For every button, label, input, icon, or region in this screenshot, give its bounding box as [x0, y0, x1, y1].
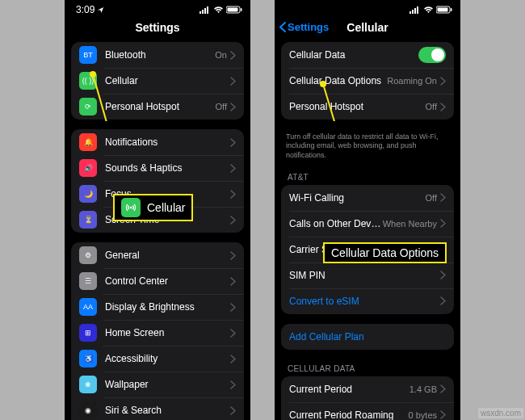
- chevron-right-icon: [230, 303, 236, 312]
- row-icon: ⏳: [79, 211, 97, 229]
- signal-icon: [200, 6, 211, 14]
- battery-icon: [226, 6, 242, 14]
- row-icon: ◉: [79, 401, 97, 419]
- general-group: ⚙General☰Control CenterAADisplay & Brigh…: [71, 242, 244, 420]
- chevron-right-icon: [230, 380, 236, 389]
- settings-row[interactable]: ◉Siri & Search: [71, 397, 244, 420]
- row-icon: ⟳: [79, 98, 97, 116]
- back-button[interactable]: Settings: [279, 21, 329, 33]
- row-label: Current Period Roaming: [289, 410, 409, 420]
- row-label: Calls on Other Devices: [289, 218, 383, 229]
- callout-cellular: Cellular: [113, 194, 193, 221]
- row-label: Bluetooth: [105, 49, 215, 61]
- callout-text: Cellular Data Options: [331, 246, 439, 259]
- svg-rect-0: [200, 11, 201, 14]
- settings-row[interactable]: ♿Accessibility: [71, 346, 244, 372]
- settings-row[interactable]: Current Period Roaming0 bytes: [281, 402, 454, 420]
- add-cellular-plan[interactable]: Add Cellular Plan: [281, 324, 454, 350]
- row-label: Control Center: [105, 275, 230, 287]
- settings-row[interactable]: AADisplay & Brightness: [71, 294, 244, 320]
- callout-cdo: Cellular Data Options: [323, 242, 447, 263]
- row-label: Home Screen: [105, 327, 230, 338]
- location-icon: [97, 6, 104, 14]
- chevron-right-icon: [440, 193, 446, 202]
- page-title: Settings Cellular: [275, 16, 460, 42]
- settings-row[interactable]: ⚙General: [71, 242, 244, 268]
- settings-row[interactable]: Cellular Data OptionsRoaming On: [281, 68, 454, 94]
- row-icon: 🔔: [79, 133, 97, 151]
- cellular-icon: [121, 198, 141, 217]
- battery-icon: [436, 6, 452, 14]
- chevron-right-icon: [230, 216, 236, 225]
- chevron-right-icon: [230, 329, 236, 338]
- row-icon: ♿: [79, 350, 97, 368]
- row-label: Current Period: [289, 384, 410, 395]
- chevron-right-icon: [230, 355, 236, 363]
- svg-rect-11: [412, 10, 414, 14]
- cellular-note: Turn off cellular data to restrict all d…: [275, 129, 460, 168]
- row-label: Personal Hotspot: [105, 101, 216, 112]
- row-icon: (( )): [79, 72, 97, 90]
- settings-row[interactable]: (( ))Cellular: [71, 68, 244, 94]
- settings-row[interactable]: SIM PIN: [281, 262, 454, 288]
- svg-rect-2: [204, 8, 206, 14]
- svg-rect-5: [228, 8, 238, 12]
- svg-rect-6: [241, 8, 242, 11]
- cellular-data-group: Cellular DataCellular Data OptionsRoamin…: [281, 42, 454, 120]
- row-label: Accessibility: [105, 353, 230, 364]
- row-label: Cellular: [105, 75, 230, 86]
- chevron-left-icon: [279, 22, 286, 32]
- row-icon: ☰: [79, 272, 97, 290]
- cellular-data-header: CELLULAR DATA: [275, 359, 460, 376]
- cellular-screen: Settings Cellular Cellular DataCellular …: [275, 0, 460, 420]
- chevron-right-icon: [440, 271, 446, 279]
- chevron-right-icon: [230, 164, 236, 173]
- wifi-icon: [213, 6, 224, 14]
- row-value: Off: [426, 193, 437, 203]
- wifi-icon: [423, 6, 434, 14]
- chevron-right-icon: [440, 77, 446, 86]
- settings-row[interactable]: Current Period1.4 GB: [281, 376, 454, 402]
- settings-row[interactable]: ⟳Personal HotspotOff: [71, 94, 244, 120]
- chevron-right-icon: [230, 406, 236, 415]
- row-icon: 🌙: [79, 185, 97, 203]
- row-label: Wi-Fi Calling: [289, 192, 426, 204]
- row-value: 1.4 GB: [410, 384, 437, 394]
- row-label: Cellular Data: [289, 49, 418, 61]
- row-label: Sounds & Haptics: [105, 162, 230, 174]
- callout-text: Cellular: [147, 201, 185, 214]
- page-title: Settings: [65, 16, 250, 42]
- settings-row[interactable]: Wi-Fi CallingOff: [281, 185, 454, 211]
- row-label: General: [105, 250, 230, 261]
- svg-rect-13: [417, 6, 418, 14]
- back-label: Settings: [288, 21, 329, 33]
- toggle[interactable]: [418, 47, 446, 63]
- svg-rect-10: [410, 11, 411, 14]
- status-bar: 3:09: [65, 0, 250, 16]
- row-label: Display & Brightness: [105, 301, 230, 313]
- chevron-right-icon: [230, 138, 236, 147]
- settings-row[interactable]: Convert to eSIM: [281, 288, 454, 314]
- row-label: Wallpaper: [105, 379, 230, 390]
- settings-row[interactable]: BTBluetoothOn: [71, 42, 244, 68]
- status-time: 3:09: [76, 4, 94, 15]
- watermark: wsxdn.com: [478, 408, 523, 418]
- settings-row[interactable]: ☰Control Center: [71, 268, 244, 294]
- svg-rect-16: [451, 8, 452, 11]
- row-icon: BT: [79, 46, 97, 64]
- settings-row[interactable]: Cellular Data: [281, 42, 454, 68]
- row-value: On: [215, 50, 227, 60]
- signal-icon: [410, 6, 421, 14]
- usage-group: Current Period1.4 GBCurrent Period Roami…: [281, 376, 454, 420]
- status-bar: [275, 0, 460, 16]
- carrier-header: AT&T: [275, 168, 460, 185]
- row-label: SIM PIN: [289, 270, 440, 281]
- settings-row[interactable]: ❀Wallpaper: [71, 372, 244, 397]
- settings-row[interactable]: 🔔Notifications: [71, 129, 244, 155]
- settings-row[interactable]: Calls on Other DevicesWhen Nearby: [281, 211, 454, 237]
- settings-row[interactable]: Personal HotspotOff: [281, 94, 454, 120]
- settings-row[interactable]: ⊞Home Screen: [71, 320, 244, 346]
- svg-rect-15: [438, 8, 448, 12]
- row-value: When Nearby: [383, 219, 437, 229]
- settings-row[interactable]: 🔊Sounds & Haptics: [71, 155, 244, 181]
